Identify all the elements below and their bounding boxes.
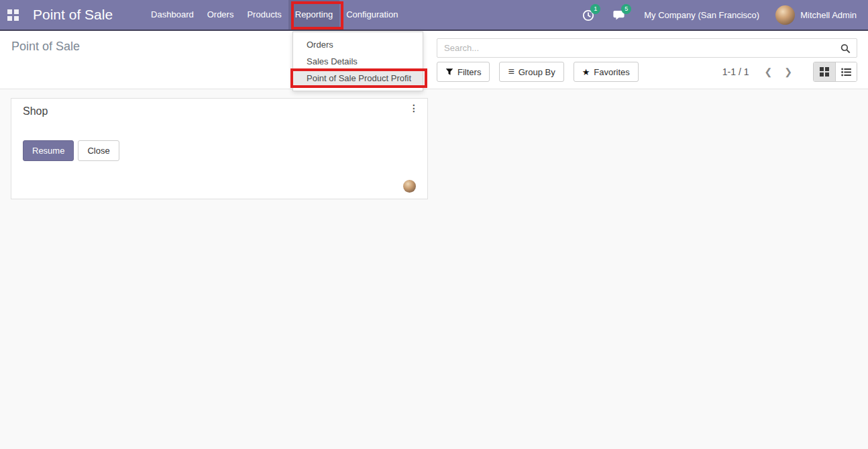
dropdown-item-sales-details[interactable]: Sales Details bbox=[293, 53, 423, 70]
menu-products[interactable]: Products bbox=[240, 0, 288, 30]
menu-dashboard[interactable]: Dashboard bbox=[144, 0, 201, 30]
group-by-button[interactable]: ≡ Group By bbox=[499, 62, 563, 82]
messages-count-badge: 5 bbox=[621, 4, 631, 14]
shop-kanban-card[interactable]: Shop ⋮ Resume Close bbox=[11, 98, 428, 199]
user-avatar[interactable] bbox=[775, 5, 795, 25]
search-zone: Filters ≡ Group By ★ Favorites 1-1 / 1 ❮… bbox=[437, 38, 857, 82]
messages-icon[interactable]: 5 bbox=[613, 7, 628, 23]
pager-value: 1-1 / 1 bbox=[722, 66, 749, 77]
apps-grid-square bbox=[14, 16, 19, 21]
main-menu: Dashboard Orders Products Reporting Conf… bbox=[144, 0, 404, 30]
filters-button[interactable]: Filters bbox=[437, 62, 490, 82]
search-box bbox=[437, 38, 857, 58]
favorites-label: Favorites bbox=[594, 67, 629, 77]
apps-grid-square bbox=[14, 9, 19, 14]
shop-card-buttons: Resume Close bbox=[23, 140, 119, 161]
pager-next-icon[interactable]: ❯ bbox=[778, 66, 798, 77]
page: Point of Sale Dashboard Orders Products … bbox=[0, 0, 868, 449]
menu-orders[interactable]: Orders bbox=[201, 0, 241, 30]
kebab-menu-icon[interactable]: ⋮ bbox=[409, 103, 419, 113]
dropdown-item-orders[interactable]: Orders bbox=[293, 36, 423, 53]
favorites-button[interactable]: ★ Favorites bbox=[574, 62, 639, 82]
hamburger-icon: ≡ bbox=[508, 66, 514, 78]
top-navbar: Point of Sale Dashboard Orders Products … bbox=[0, 0, 868, 31]
star-icon: ★ bbox=[582, 67, 590, 77]
reporting-dropdown-menu: Orders Sales Details Point of Sale Produ… bbox=[292, 32, 423, 91]
control-panel: Point of Sale Filters bbox=[0, 31, 868, 89]
pager-previous-icon[interactable]: ❮ bbox=[759, 66, 779, 77]
menu-configuration[interactable]: Configuration bbox=[339, 0, 404, 30]
list-view-button[interactable] bbox=[835, 62, 857, 81]
breadcrumb[interactable]: Point of Sale bbox=[11, 40, 80, 54]
control-panel-buttons-row: Filters ≡ Group By ★ Favorites 1-1 / 1 ❮… bbox=[437, 62, 857, 82]
apps-grid-square bbox=[7, 16, 12, 21]
search-input[interactable] bbox=[437, 39, 857, 57]
shop-card-avatar[interactable] bbox=[403, 180, 416, 193]
resume-button[interactable]: Resume bbox=[23, 140, 74, 161]
kanban-view: Shop ⋮ Resume Close bbox=[0, 89, 868, 449]
shop-card-title: Shop bbox=[23, 105, 48, 117]
activity-count-badge: 1 bbox=[590, 4, 600, 14]
dropdown-item-pos-product-profit[interactable]: Point of Sale Product Profit bbox=[293, 70, 423, 87]
menu-reporting[interactable]: Reporting bbox=[288, 0, 339, 30]
pager: 1-1 / 1 ❮ ❯ bbox=[722, 66, 798, 77]
funnel-icon bbox=[445, 68, 453, 76]
close-button[interactable]: Close bbox=[78, 140, 119, 161]
search-icon[interactable] bbox=[840, 44, 851, 56]
user-menu[interactable]: Mitchell Admin bbox=[800, 10, 857, 20]
list-view-icon bbox=[841, 68, 851, 77]
view-switcher bbox=[813, 62, 857, 82]
kanban-view-button[interactable] bbox=[814, 62, 835, 81]
activity-clock-icon[interactable]: 1 bbox=[582, 7, 597, 23]
group-by-label: Group By bbox=[519, 67, 555, 77]
apps-grid-icon[interactable] bbox=[7, 9, 19, 21]
filters-label: Filters bbox=[457, 67, 481, 77]
app-title: Point of Sale bbox=[33, 7, 113, 23]
kanban-view-icon bbox=[820, 67, 829, 77]
apps-grid-square bbox=[7, 9, 12, 14]
company-switcher[interactable]: My Company (San Francisco) bbox=[644, 10, 759, 20]
navbar-right-section: 1 5 My Company (San Francisco) Mitchell … bbox=[582, 5, 868, 25]
